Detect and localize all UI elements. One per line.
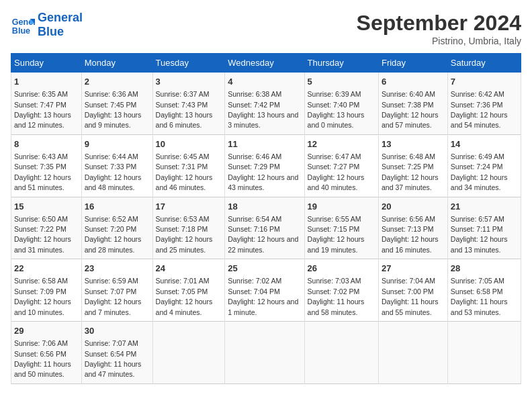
day-cell: 22Sunrise: 6:58 AMSunset: 7:09 PMDayligh… (11, 259, 82, 322)
day-number: 12 (308, 138, 375, 150)
day-number: 2 (85, 76, 150, 88)
day-cell: 19Sunrise: 6:55 AMSunset: 7:15 PMDayligh… (304, 197, 378, 259)
daylight-text: Daylight: 11 hours and 58 minutes. (308, 298, 365, 316)
day-cell: 23Sunrise: 6:59 AMSunset: 7:07 PMDayligh… (81, 259, 152, 322)
daylight-text: Daylight: 12 hours and 37 minutes. (382, 173, 439, 191)
sunrise-text: Sunrise: 7:05 AM (451, 277, 504, 285)
sunrise-text: Sunrise: 6:49 AM (451, 152, 504, 161)
day-number: 14 (451, 138, 518, 150)
daylight-text: Daylight: 13 hours and 9 minutes. (85, 111, 142, 129)
sunrise-text: Sunrise: 6:42 AM (451, 90, 504, 98)
sunset-text: Sunset: 7:15 PM (308, 225, 360, 233)
day-cell: 2Sunrise: 6:36 AMSunset: 7:45 PMDaylight… (81, 73, 152, 135)
day-number: 27 (382, 263, 445, 275)
sunrise-text: Sunrise: 6:45 AM (156, 152, 210, 161)
sunset-text: Sunset: 7:20 PM (85, 225, 137, 233)
col-header-saturday: Saturday (447, 54, 521, 73)
calendar-table: SundayMondayTuesdayWednesdayThursdayFrid… (11, 53, 521, 384)
daylight-text: Daylight: 12 hours and 51 minutes. (14, 173, 71, 191)
day-number: 3 (156, 76, 222, 88)
sunrise-text: Sunrise: 6:53 AM (156, 215, 210, 223)
sunset-text: Sunset: 7:31 PM (156, 163, 208, 171)
sunrise-text: Sunrise: 7:02 AM (228, 277, 281, 285)
day-cell: 24Sunrise: 7:01 AMSunset: 7:05 PMDayligh… (152, 259, 225, 322)
sunset-text: Sunset: 7:09 PM (14, 287, 66, 295)
day-cell: 11Sunrise: 6:46 AMSunset: 7:29 PMDayligh… (225, 134, 304, 197)
sunset-text: Sunset: 7:00 PM (382, 287, 434, 295)
day-number: 9 (85, 138, 150, 150)
daylight-text: Daylight: 12 hours and 10 minutes. (14, 298, 71, 316)
day-number: 20 (382, 201, 445, 213)
day-number: 24 (156, 263, 222, 275)
sunrise-text: Sunrise: 6:40 AM (382, 90, 435, 98)
day-cell: 30Sunrise: 7:07 AMSunset: 6:54 PMDayligh… (81, 322, 152, 384)
sunrise-text: Sunrise: 6:50 AM (14, 215, 68, 223)
day-cell: 20Sunrise: 6:56 AMSunset: 7:13 PMDayligh… (378, 197, 447, 259)
day-cell: 10Sunrise: 6:45 AMSunset: 7:31 PMDayligh… (152, 134, 225, 197)
sunrise-text: Sunrise: 6:54 AM (228, 215, 281, 223)
daylight-text: Daylight: 12 hours and 16 minutes. (382, 235, 439, 253)
day-cell (304, 322, 378, 384)
day-cell: 29Sunrise: 7:06 AMSunset: 6:56 PMDayligh… (11, 322, 82, 384)
daylight-text: Daylight: 12 hours and 46 minutes. (156, 173, 213, 191)
sunset-text: Sunset: 7:40 PM (308, 101, 360, 109)
week-row-1: 1Sunrise: 6:35 AMSunset: 7:47 PMDaylight… (11, 73, 521, 135)
sunset-text: Sunset: 6:58 PM (451, 287, 503, 295)
sunset-text: Sunset: 7:43 PM (156, 101, 208, 109)
month-title: September 2024 (357, 11, 521, 36)
calendar-header: SundayMondayTuesdayWednesdayThursdayFrid… (11, 54, 521, 73)
day-cell: 4Sunrise: 6:38 AMSunset: 7:42 PMDaylight… (225, 73, 304, 135)
day-number: 25 (228, 263, 301, 275)
day-number: 29 (14, 325, 79, 337)
day-cell (378, 322, 447, 384)
day-number: 17 (156, 201, 222, 213)
col-header-sunday: Sunday (11, 54, 82, 73)
day-number: 10 (156, 138, 222, 150)
sunrise-text: Sunrise: 6:39 AM (308, 90, 361, 98)
daylight-text: Daylight: 13 hours and 6 minutes. (156, 111, 213, 129)
sunset-text: Sunset: 7:16 PM (228, 225, 280, 233)
sunset-text: Sunset: 7:45 PM (85, 101, 137, 109)
day-cell (225, 322, 304, 384)
day-cell: 18Sunrise: 6:54 AMSunset: 7:16 PMDayligh… (225, 197, 304, 259)
location: Pistrino, Umbria, Italy (357, 36, 521, 46)
day-number: 26 (308, 263, 375, 275)
sunrise-text: Sunrise: 6:52 AM (85, 215, 138, 223)
sunset-text: Sunset: 6:56 PM (14, 350, 66, 358)
day-number: 18 (228, 201, 301, 213)
week-row-2: 8Sunrise: 6:43 AMSunset: 7:35 PMDaylight… (11, 134, 521, 197)
day-number: 16 (85, 201, 150, 213)
day-cell: 28Sunrise: 7:05 AMSunset: 6:58 PMDayligh… (447, 259, 521, 322)
day-cell: 14Sunrise: 6:49 AMSunset: 7:24 PMDayligh… (447, 134, 521, 197)
sunrise-text: Sunrise: 6:37 AM (156, 90, 210, 98)
sunrise-text: Sunrise: 7:03 AM (308, 277, 361, 285)
day-cell: 3Sunrise: 6:37 AMSunset: 7:43 PMDaylight… (152, 73, 225, 135)
daylight-text: Daylight: 12 hours and 34 minutes. (451, 173, 508, 191)
day-cell: 13Sunrise: 6:48 AMSunset: 7:25 PMDayligh… (378, 134, 447, 197)
day-number: 19 (308, 201, 375, 213)
svg-text:Blue: Blue (12, 26, 30, 35)
col-header-tuesday: Tuesday (152, 54, 225, 73)
sunrise-text: Sunrise: 7:07 AM (85, 339, 138, 347)
daylight-text: Daylight: 12 hours and 28 minutes. (85, 235, 142, 253)
title-block: September 2024 Pistrino, Umbria, Italy (357, 11, 521, 46)
day-cell (447, 322, 521, 384)
daylight-text: Daylight: 12 hours and 54 minutes. (451, 111, 508, 129)
sunset-text: Sunset: 7:38 PM (382, 101, 434, 109)
daylight-text: Daylight: 11 hours and 47 minutes. (85, 360, 142, 378)
day-number: 13 (382, 138, 445, 150)
day-cell: 6Sunrise: 6:40 AMSunset: 7:38 PMDaylight… (378, 73, 447, 135)
sunset-text: Sunset: 7:11 PM (451, 225, 503, 233)
sunset-text: Sunset: 7:33 PM (85, 163, 137, 171)
daylight-text: Daylight: 12 hours and 25 minutes. (156, 235, 213, 253)
sunset-text: Sunset: 7:07 PM (85, 287, 137, 295)
day-number: 7 (451, 76, 518, 88)
day-number: 4 (228, 76, 301, 88)
sunset-text: Sunset: 7:42 PM (228, 101, 280, 109)
day-cell: 9Sunrise: 6:44 AMSunset: 7:33 PMDaylight… (81, 134, 152, 197)
daylight-text: Daylight: 12 hours and 13 minutes. (451, 235, 508, 253)
day-cell: 17Sunrise: 6:53 AMSunset: 7:18 PMDayligh… (152, 197, 225, 259)
logo-text: GeneralBlue (38, 11, 83, 38)
sunrise-text: Sunrise: 6:56 AM (382, 215, 435, 223)
sunset-text: Sunset: 7:18 PM (156, 225, 208, 233)
